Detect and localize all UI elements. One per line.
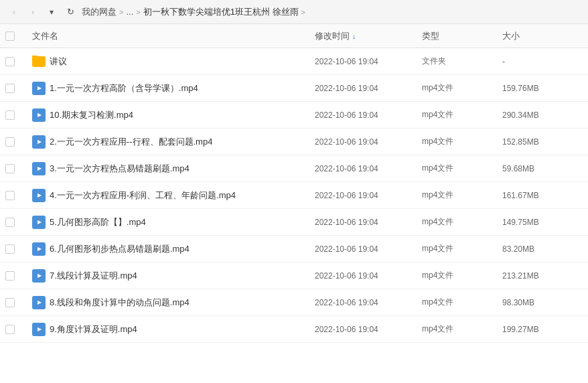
breadcrumb-home[interactable]: 我的网盘: [82, 6, 117, 18]
back-icon: ‹: [13, 7, 15, 17]
row-checkbox-cell: [5, 57, 32, 66]
breadcrumb-ellipsis[interactable]: ...: [126, 7, 133, 17]
row-date-cell: 2022-10-06 19:04: [315, 218, 422, 227]
row-checkbox-cell: [5, 137, 32, 147]
row-date-cell: 2022-10-06 19:04: [315, 57, 422, 66]
row-checkbox[interactable]: [5, 271, 15, 281]
row-checkbox-cell: [5, 298, 32, 307]
row-date-cell: 2022-10-06 19:04: [315, 298, 422, 307]
top-nav-bar: ‹ › ▾ ↻ 我的网盘 > ... > 初一秋下数学尖端培优1班王杭州 徐丝雨…: [0, 0, 588, 24]
header-checkbox[interactable]: [5, 31, 32, 41]
row-name-cell: 1.一元一次方程高阶（含导学课）.mp4: [32, 82, 315, 95]
row-checkbox[interactable]: [5, 164, 15, 173]
row-checkbox-cell: [5, 164, 32, 173]
row-size-cell: 161.67MB: [502, 191, 569, 200]
row-type-cell: mp4文件: [422, 297, 502, 308]
dropdown-button[interactable]: ▾: [44, 5, 59, 19]
row-checkbox[interactable]: [5, 218, 15, 227]
row-type-cell: mp4文件: [422, 243, 502, 254]
row-size-cell: -: [502, 57, 569, 66]
file-rows: 讲议 2022-10-06 19:04 文件夹 - 1.一元一次方程高阶（含导学…: [0, 48, 588, 343]
breadcrumb-current: 初一秋下数学尖端培优1班王杭州 徐丝雨: [143, 6, 299, 18]
forward-icon: ›: [31, 7, 34, 17]
table-row[interactable]: 讲议 2022-10-06 19:04 文件夹 -: [0, 48, 588, 75]
video-icon: [32, 162, 46, 175]
file-name: 讲议: [50, 56, 67, 68]
row-type-cell: mp4文件: [422, 189, 502, 201]
row-type-cell: mp4文件: [422, 163, 502, 174]
table-row[interactable]: 8.线段和角度计算中的动点问题.mp4 2022-10-06 19:04 mp4…: [0, 289, 588, 316]
table-row[interactable]: 1.一元一次方程高阶（含导学课）.mp4 2022-10-06 19:04 mp…: [0, 75, 588, 102]
row-checkbox[interactable]: [5, 298, 15, 307]
row-type-cell: mp4文件: [422, 136, 502, 147]
table-row[interactable]: 2.一元一次方程应用--行程、配套问题.mp4 2022-10-06 19:04…: [0, 129, 588, 155]
row-size-cell: 98.30MB: [502, 298, 569, 307]
select-all-checkbox[interactable]: [5, 31, 15, 41]
row-checkbox-cell: [5, 218, 32, 227]
table-row[interactable]: 5.几何图形高阶【】.mp4 2022-10-06 19:04 mp4文件 14…: [0, 209, 588, 236]
file-name: 3.一元一次方程热点易错题刷题.mp4: [50, 163, 190, 175]
row-name-cell: 2.一元一次方程应用--行程、配套问题.mp4: [32, 135, 315, 149]
forward-button[interactable]: ›: [25, 5, 40, 19]
table-row[interactable]: 7.线段计算及证明.mp4 2022-10-06 19:04 mp4文件 213…: [0, 262, 588, 289]
row-checkbox[interactable]: [5, 57, 15, 66]
file-name: 1.一元一次方程高阶（含导学课）.mp4: [50, 82, 198, 94]
table-row[interactable]: 10.期末复习检测.mp4 2022-10-06 19:04 mp4文件 290…: [0, 102, 588, 129]
row-type-cell: mp4文件: [422, 82, 502, 94]
row-name-cell: 10.期末复习检测.mp4: [32, 108, 315, 122]
row-checkbox[interactable]: [5, 137, 15, 147]
header-name: 文件名: [32, 30, 315, 42]
row-size-cell: 59.68MB: [502, 164, 569, 173]
row-type-cell: 文件夹: [422, 56, 502, 67]
row-date-cell: 2022-10-06 19:04: [315, 110, 422, 120]
breadcrumb: 我的网盘 > ... > 初一秋下数学尖端培优1班王杭州 徐丝雨 >: [82, 6, 581, 18]
breadcrumb-sep-2: >: [136, 8, 140, 16]
video-icon: [32, 216, 46, 229]
file-name: 2.一元一次方程应用--行程、配套问题.mp4: [50, 136, 212, 148]
row-date-cell: 2022-10-06 19:04: [315, 164, 422, 173]
table-header: 文件名 修改时间 ↓ 类型 大小: [0, 24, 588, 48]
table-row[interactable]: 4.一元一次方程应用-利润、工程、年龄问题.mp4 2022-10-06 19:…: [0, 182, 588, 209]
breadcrumb-end-arrow: >: [301, 8, 305, 16]
row-size-cell: 159.76MB: [502, 84, 569, 93]
video-icon: [32, 323, 46, 336]
row-checkbox-cell: [5, 191, 32, 200]
row-name-cell: 9.角度计算及证明.mp4: [32, 323, 315, 336]
file-name: 9.角度计算及证明.mp4: [50, 323, 137, 335]
row-size-cell: 199.27MB: [502, 325, 569, 334]
sort-down-icon: ↓: [352, 32, 356, 40]
row-size-cell: 290.34MB: [502, 110, 569, 120]
refresh-button[interactable]: ↻: [63, 5, 78, 19]
file-name: 7.线段计算及证明.mp4: [50, 270, 137, 282]
row-size-cell: 213.21MB: [502, 271, 569, 281]
header-type-label: 类型: [422, 30, 439, 42]
row-type-cell: mp4文件: [422, 109, 502, 121]
table-row[interactable]: 3.一元一次方程热点易错题刷题.mp4 2022-10-06 19:04 mp4…: [0, 155, 588, 182]
row-checkbox[interactable]: [5, 110, 15, 120]
video-icon: [32, 296, 46, 309]
video-icon: [32, 108, 46, 122]
row-checkbox[interactable]: [5, 325, 15, 334]
video-icon: [32, 82, 46, 95]
table-row[interactable]: 9.角度计算及证明.mp4 2022-10-06 19:04 mp4文件 199…: [0, 316, 588, 343]
file-name: 4.一元一次方程应用-利润、工程、年龄问题.mp4: [50, 189, 236, 202]
row-date-cell: 2022-10-06 19:04: [315, 271, 422, 281]
row-name-cell: 5.几何图形高阶【】.mp4: [32, 216, 315, 229]
row-checkbox[interactable]: [5, 84, 15, 93]
row-name-cell: 4.一元一次方程应用-利润、工程、年龄问题.mp4: [32, 189, 315, 202]
table-row[interactable]: 6.几何图形初步热点易错题刷题.mp4 2022-10-06 19:04 mp4…: [0, 236, 588, 262]
header-size-label: 大小: [502, 30, 520, 42]
row-checkbox[interactable]: [5, 244, 15, 254]
header-modified[interactable]: 修改时间 ↓: [315, 30, 422, 42]
video-icon: [32, 269, 46, 283]
row-checkbox-cell: [5, 244, 32, 254]
header-type: 类型: [422, 30, 502, 42]
row-date-cell: 2022-10-06 19:04: [315, 325, 422, 334]
row-name-cell: 7.线段计算及证明.mp4: [32, 269, 315, 283]
header-name-label: 文件名: [32, 30, 58, 42]
breadcrumb-sep-1: >: [119, 8, 123, 16]
row-checkbox[interactable]: [5, 191, 15, 200]
row-name-cell: 3.一元一次方程热点易错题刷题.mp4: [32, 162, 315, 175]
folder-icon: [32, 56, 46, 67]
back-button[interactable]: ‹: [7, 5, 21, 19]
